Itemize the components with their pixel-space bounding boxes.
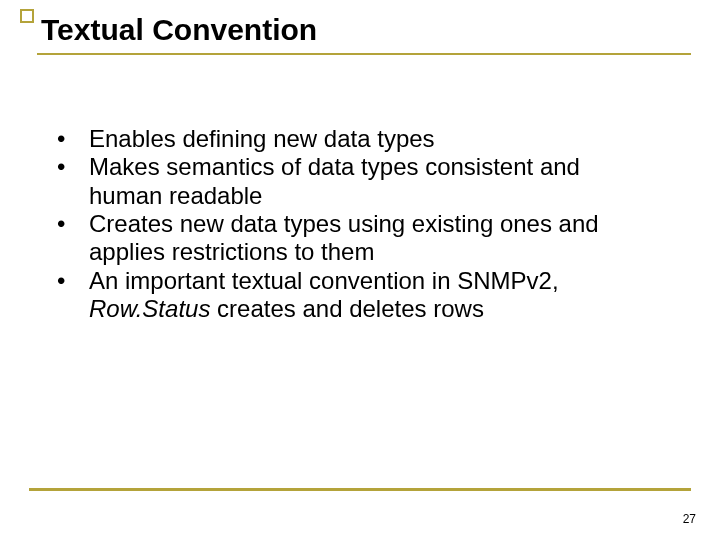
- slide-body: • Enables defining new data types • Make…: [55, 125, 635, 323]
- slide: Textual Convention • Enables defining ne…: [0, 0, 720, 540]
- bullet-item: • An important textual convention in SNM…: [55, 267, 635, 324]
- bullet-mark: •: [55, 153, 89, 181]
- bullet-item: • Makes semantics of data types consiste…: [55, 153, 635, 210]
- bullet-mark: •: [55, 210, 89, 238]
- bullet-text: Makes semantics of data types consistent…: [89, 153, 635, 210]
- bullet-text: Enables defining new data types: [89, 125, 635, 153]
- corner-decoration: [20, 9, 34, 23]
- bullet-text: Creates new data types using existing on…: [89, 210, 635, 267]
- bullet-item: • Enables defining new data types: [55, 125, 635, 153]
- bullet-item: • Creates new data types using existing …: [55, 210, 635, 267]
- title-underline: [37, 53, 691, 55]
- bullet-text-post: creates and deletes rows: [210, 295, 483, 322]
- bullet-text-pre: An important textual convention in SNMPv…: [89, 267, 559, 294]
- bullet-text-italic: Row.Status: [89, 295, 210, 322]
- bullet-text: An important textual convention in SNMPv…: [89, 267, 635, 324]
- bullet-mark: •: [55, 125, 89, 153]
- slide-title: Textual Convention: [41, 13, 317, 47]
- bottom-divider: [29, 488, 691, 491]
- page-number: 27: [683, 512, 696, 526]
- bullet-mark: •: [55, 267, 89, 295]
